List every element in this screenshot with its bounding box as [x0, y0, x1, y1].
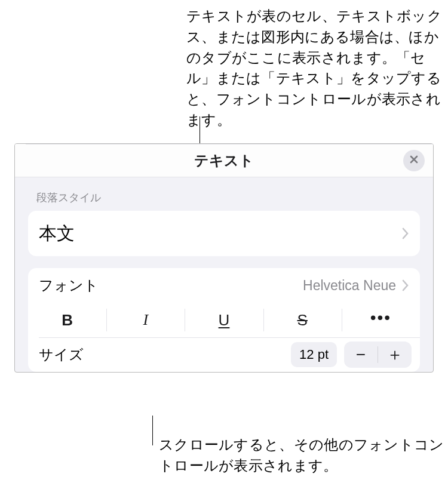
- size-stepper: − ＋: [344, 342, 412, 368]
- size-decrease-button[interactable]: −: [344, 342, 378, 368]
- paragraph-style-card: 本文: [28, 211, 420, 256]
- more-styles-button[interactable]: •••: [342, 303, 420, 337]
- close-button[interactable]: [403, 150, 425, 171]
- bold-button[interactable]: B: [28, 303, 106, 337]
- paragraph-style-section-label: 段落スタイル: [15, 177, 433, 211]
- text-style-segment: B I U S •••: [28, 303, 420, 337]
- close-icon: [409, 155, 419, 167]
- dots-icon: •••: [370, 318, 391, 322]
- paragraph-style-row[interactable]: 本文: [28, 211, 420, 256]
- strikethrough-button[interactable]: S: [263, 303, 342, 337]
- font-card: フォント Helvetica Neue B I U S ••• サイズ 12 p…: [28, 268, 420, 372]
- annotation-top: テキストが表のセル、テキストボックス、または図形内にある場合は、ほかのタブがここ…: [186, 6, 443, 131]
- size-row: サイズ 12 pt − ＋: [28, 337, 420, 372]
- size-value[interactable]: 12 pt: [291, 342, 337, 367]
- callout-line-top: [200, 116, 200, 145]
- chevron-right-icon: [402, 227, 409, 239]
- font-label: フォント: [39, 276, 99, 295]
- panel-header: テキスト: [15, 144, 433, 177]
- italic-button[interactable]: I: [106, 303, 185, 337]
- panel-title: テキスト: [194, 151, 254, 170]
- font-row[interactable]: フォント Helvetica Neue: [28, 268, 420, 303]
- size-increase-button[interactable]: ＋: [378, 342, 412, 368]
- format-panel: テキスト 段落スタイル 本文 フォント Helvetica Neue B: [14, 143, 434, 373]
- paragraph-style-value: 本文: [39, 222, 75, 246]
- callout-line-bottom: [152, 416, 153, 445]
- chevron-right-icon: [402, 279, 409, 291]
- size-label: サイズ: [39, 345, 84, 364]
- annotation-bottom: スクロールすると、その他のフォントコントロールが表示されます。: [159, 435, 446, 476]
- font-value: Helvetica Neue: [303, 278, 396, 294]
- underline-button[interactable]: U: [185, 303, 263, 337]
